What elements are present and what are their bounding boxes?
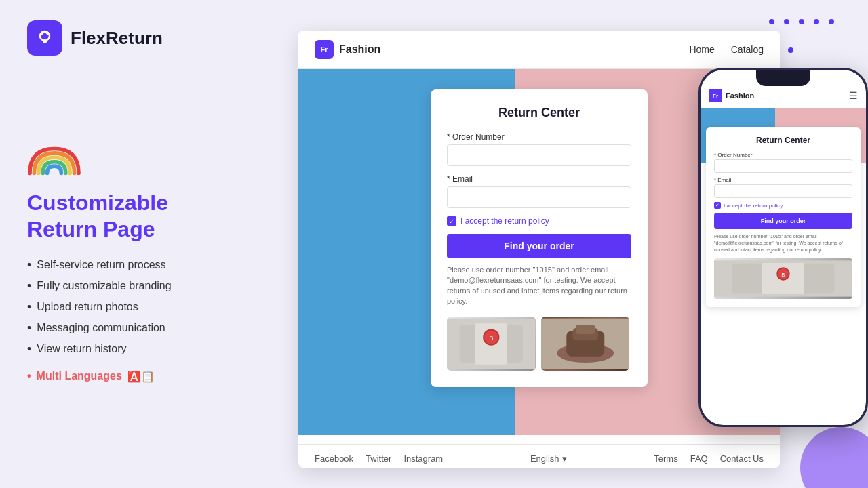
dot-2 bbox=[784, 19, 789, 24]
footer-language-selector[interactable]: English ▾ bbox=[530, 453, 567, 464]
language-label: English bbox=[530, 453, 559, 464]
find-order-button[interactable]: Find your order bbox=[447, 234, 631, 258]
return-card-title: Return Center bbox=[447, 106, 631, 120]
browser-navbar: Fr Fashion Home Catalog bbox=[298, 30, 780, 69]
browser-brand: Fr Fashion bbox=[315, 40, 380, 59]
purple-decoration-circle bbox=[800, 427, 868, 488]
left-content: Customizable Return Page Self-service re… bbox=[27, 146, 264, 383]
multi-lang-label: Multi Languages bbox=[37, 370, 122, 382]
boots-image bbox=[541, 317, 630, 371]
phone-order-label: * Order Number bbox=[714, 152, 852, 158]
policy-row: I accept the return policy bbox=[447, 216, 631, 226]
bullet-icon: • bbox=[27, 370, 31, 382]
phone-helper-text: Please use order number "1015" and order… bbox=[714, 233, 852, 253]
phone-policy-text: I accept the return policy bbox=[724, 203, 783, 209]
dot-4 bbox=[814, 19, 819, 24]
helper-text: Please use order number "1015" and order… bbox=[447, 265, 631, 307]
return-center-card: Return Center * Order Number * Email I a… bbox=[431, 89, 648, 387]
nav-link-catalog[interactable]: Catalog bbox=[731, 44, 764, 55]
svg-text:B: B bbox=[781, 272, 785, 279]
browser-nav-links: Home Catalog bbox=[689, 44, 764, 55]
translate-emoji: 🅰️📋 bbox=[127, 370, 155, 383]
svg-rect-12 bbox=[576, 325, 595, 334]
browser-footer: Facebook Twitter Instagram English ▾ Ter… bbox=[298, 444, 780, 468]
footer-nav-links: Terms FAQ Contact Us bbox=[654, 453, 764, 464]
phone-mockup: Fr Fashion ☰ Return Center * Order Numbe… bbox=[698, 68, 868, 427]
rainbow-icon bbox=[27, 146, 81, 176]
email-label: * Email bbox=[447, 174, 631, 184]
svg-point-2 bbox=[43, 39, 47, 43]
footer-twitter[interactable]: Twitter bbox=[366, 453, 391, 464]
feature-item: Self-service return process bbox=[27, 258, 264, 272]
brand-name: FlexReturn bbox=[71, 28, 163, 49]
product-images: B bbox=[447, 317, 631, 371]
browser-brand-name: Fashion bbox=[339, 43, 380, 56]
phone-brand-name: Fashion bbox=[726, 92, 754, 100]
footer-facebook[interactable]: Facebook bbox=[315, 453, 353, 464]
footer-instagram[interactable]: Instagram bbox=[403, 453, 443, 464]
browser-logo-icon: Fr bbox=[315, 40, 334, 59]
phone-order-input[interactable] bbox=[714, 159, 852, 173]
phone-notch bbox=[756, 70, 810, 86]
phone-logo-icon: Fr bbox=[709, 89, 722, 102]
phone-screen: Fr Fashion ☰ Return Center * Order Numbe… bbox=[701, 70, 866, 425]
phone-return-card: Return Center * Order Number * Email I a… bbox=[706, 127, 861, 307]
footer-contact[interactable]: Contact Us bbox=[720, 453, 764, 464]
phone-email-label: * Email bbox=[714, 177, 852, 183]
left-panel: FlexReturn Customizable Return Page Self… bbox=[0, 0, 292, 488]
feature-item: Upload return photos bbox=[27, 300, 264, 314]
feature-item: Fully customizable branding bbox=[27, 279, 264, 293]
multi-language-row: • Multi Languages 🅰️📋 bbox=[27, 370, 264, 383]
phone-policy-checkbox[interactable] bbox=[714, 202, 721, 209]
jacket-image: B bbox=[447, 317, 536, 371]
feature-list: Self-service return process Fully custom… bbox=[27, 258, 264, 357]
svg-text:B: B bbox=[489, 335, 493, 342]
order-number-label: * Order Number bbox=[447, 132, 631, 142]
footer-terms[interactable]: Terms bbox=[654, 453, 677, 464]
decorative-dots-top bbox=[769, 19, 834, 24]
phone-email-input[interactable] bbox=[714, 184, 852, 198]
phone-policy-row: I accept the return policy bbox=[714, 202, 852, 209]
footer-faq[interactable]: FAQ bbox=[690, 453, 708, 464]
footer-social-links: Facebook Twitter Instagram bbox=[315, 453, 443, 464]
policy-text: I accept the return policy bbox=[460, 216, 549, 226]
dot-7 bbox=[788, 47, 793, 53]
dot-1 bbox=[769, 19, 774, 24]
phone-card-title: Return Center bbox=[714, 136, 852, 145]
page-headline: Customizable Return Page bbox=[27, 190, 264, 242]
email-input[interactable] bbox=[447, 186, 631, 208]
policy-checkbox[interactable] bbox=[447, 216, 456, 226]
right-area: Fr Fashion Home Catalog Return Center * … bbox=[298, 0, 868, 488]
hamburger-menu-icon[interactable]: ☰ bbox=[849, 90, 858, 101]
dot-3 bbox=[799, 19, 804, 24]
brand-header: FlexReturn bbox=[27, 20, 163, 56]
nav-link-home[interactable]: Home bbox=[689, 44, 714, 55]
phone-jacket-image: B bbox=[714, 258, 852, 299]
feature-item: View return history bbox=[27, 342, 264, 357]
dot-5 bbox=[829, 19, 834, 24]
brand-logo-icon bbox=[27, 20, 62, 56]
feature-item: Messaging communication bbox=[27, 321, 264, 336]
phone-find-order-button[interactable]: Find your order bbox=[714, 213, 852, 229]
chevron-down-icon: ▾ bbox=[562, 453, 567, 464]
order-number-input[interactable] bbox=[447, 144, 631, 166]
phone-brand: Fr Fashion bbox=[709, 89, 754, 102]
